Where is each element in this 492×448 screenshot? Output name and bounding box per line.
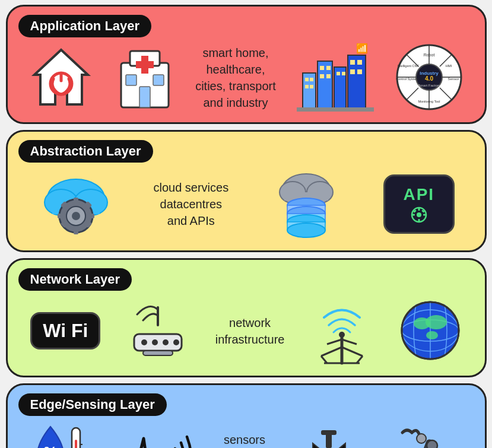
svg-line-95	[357, 356, 363, 363]
svg-point-126	[417, 434, 426, 443]
svg-rect-14	[310, 78, 313, 81]
heartbeat-icon	[123, 424, 194, 449]
svg-rect-76	[418, 208, 420, 211]
edge-layer-card: Edge/Sensing Layer %	[6, 383, 487, 448]
wifi-badge: Wi Fi	[30, 312, 100, 349]
svg-rect-15	[305, 85, 309, 88]
svg-line-94	[321, 356, 327, 363]
application-layer-content: smart home, healthcare, cities, transpor…	[18, 43, 474, 112]
svg-line-92	[321, 347, 342, 356]
svg-rect-6	[126, 75, 137, 85]
robot-arm-icon	[389, 422, 461, 448]
svg-rect-25	[350, 69, 355, 74]
industry-icon: Industry 4.0 Smart Factory Robot HMI Sen…	[395, 43, 464, 112]
svg-point-73	[287, 223, 325, 237]
svg-line-93	[342, 347, 363, 356]
edge-layer-content: % sensors and a	[18, 422, 474, 448]
router-icon	[125, 301, 191, 361]
svg-line-91	[342, 339, 357, 344]
svg-rect-13	[305, 78, 309, 81]
svg-point-84	[141, 339, 147, 345]
svg-point-105	[426, 331, 438, 339]
svg-rect-57	[58, 214, 65, 218]
svg-rect-88	[143, 351, 173, 355]
svg-rect-18	[326, 66, 331, 70]
network-description: network infrastructure	[215, 314, 285, 348]
svg-rect-77	[418, 219, 420, 222]
network-layer-content: Wi Fi network infrastruc	[18, 297, 474, 365]
svg-rect-58	[87, 214, 94, 218]
svg-rect-26	[357, 69, 362, 74]
sensor-icon: %	[31, 422, 97, 448]
svg-text:Sensor: Sensor	[447, 77, 459, 81]
svg-text:%: %	[43, 443, 57, 448]
svg-rect-17	[320, 66, 324, 70]
svg-rect-78	[412, 214, 415, 216]
edge-description: sensors and actuators	[220, 431, 269, 449]
svg-text:Smart Factory: Smart Factory	[418, 84, 440, 87]
hospital-icon	[115, 45, 174, 110]
city-icon: 📶	[297, 43, 374, 112]
svg-text:Control System: Control System	[396, 77, 418, 81]
home-icon	[28, 45, 94, 110]
svg-rect-56	[74, 227, 78, 234]
network-layer-card: Network Layer Wi Fi	[6, 258, 487, 377]
svg-rect-7	[153, 75, 164, 85]
svg-rect-16	[310, 85, 313, 88]
svg-rect-21	[337, 72, 340, 75]
abstraction-description: cloud services datacentres and APIs	[153, 179, 228, 229]
svg-point-104	[426, 315, 447, 329]
svg-text:📶: 📶	[356, 43, 368, 54]
application-layer-card: Application Layer	[6, 5, 487, 124]
svg-point-125	[427, 440, 437, 448]
abstraction-layer-card: Abstraction Layer	[6, 130, 487, 252]
svg-point-87	[173, 339, 179, 345]
svg-marker-117	[329, 443, 345, 449]
svg-point-75	[417, 212, 421, 217]
svg-rect-19	[320, 74, 324, 78]
valve-icon	[295, 427, 363, 449]
api-badge: API	[383, 174, 455, 234]
cloud-gear-icon	[37, 171, 115, 237]
svg-point-97	[339, 332, 345, 338]
svg-rect-9	[303, 73, 316, 112]
edge-layer-label: Edge/Sensing Layer	[18, 393, 167, 416]
svg-point-85	[152, 339, 158, 345]
svg-text:Monitoring Tool: Monitoring Tool	[418, 100, 440, 103]
svg-text:Robot: Robot	[423, 53, 434, 57]
cloud-database-icon	[268, 169, 345, 240]
svg-rect-24	[357, 60, 362, 65]
svg-rect-5	[136, 61, 154, 68]
wifi-text: Wi Fi	[43, 320, 88, 341]
svg-rect-120	[321, 430, 337, 435]
abstraction-layer-content: cloud services datacentres and APIs	[18, 169, 474, 240]
api-text: API	[403, 185, 434, 204]
tower-icon	[309, 297, 374, 365]
application-description: smart home, healthcare, cities, transpor…	[195, 45, 276, 111]
abstraction-layer-label: Abstraction Layer	[18, 140, 153, 163]
svg-rect-22	[342, 72, 345, 75]
svg-line-90	[327, 339, 342, 344]
svg-rect-23	[350, 60, 355, 65]
svg-rect-27	[297, 107, 374, 112]
svg-point-54	[72, 212, 80, 220]
svg-text:Intelligent CNC: Intelligent CNC	[397, 64, 419, 68]
svg-point-86	[163, 339, 169, 345]
globe-icon	[399, 300, 462, 362]
svg-text:4.0: 4.0	[425, 75, 433, 82]
svg-rect-79	[423, 214, 426, 216]
svg-rect-8	[139, 87, 150, 107]
network-layer-label: Network Layer	[18, 268, 132, 291]
svg-text:HMI: HMI	[445, 64, 452, 68]
svg-rect-108	[75, 440, 77, 448]
api-icon: API	[383, 174, 455, 234]
application-layer-label: Application Layer	[18, 15, 152, 37]
wifi-icon: Wi Fi	[30, 312, 100, 349]
svg-rect-55	[74, 198, 78, 205]
svg-rect-20	[326, 74, 331, 78]
